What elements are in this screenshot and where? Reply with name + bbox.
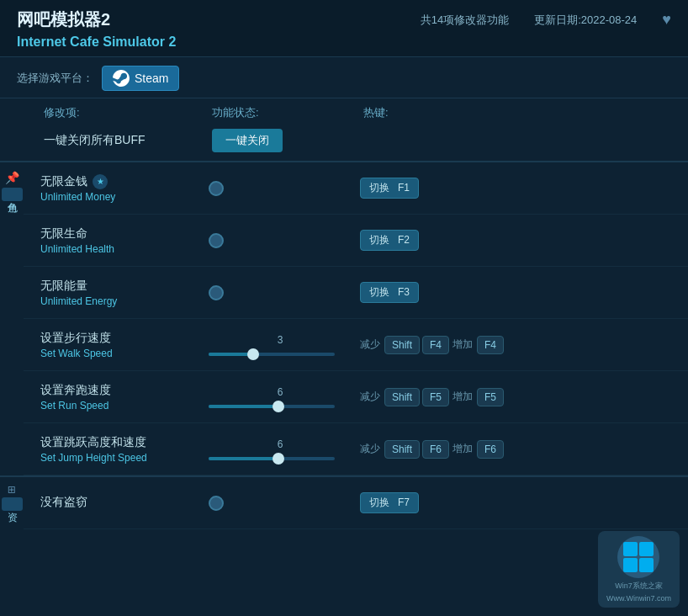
sidebar-tag-character[interactable]: 角色: [2, 188, 23, 201]
hotkey-toggle-btn-2[interactable]: 切换 F3: [360, 282, 419, 303]
dec-key-btn-5[interactable]: F6: [422, 440, 449, 459]
main-content: 📌 角色 无限金钱 ★ Unlimited Money 切换 F1: [0, 162, 688, 475]
col-header-hotkey: 热键:: [363, 105, 671, 120]
bottom-item-toggle-col[interactable]: [209, 496, 360, 511]
item-hotkey-col-3: 减少 Shift F4 增加 F4: [360, 336, 671, 354]
slider-value-3: 3: [209, 334, 352, 346]
svg-rect-3: [639, 558, 654, 572]
item-hotkey-col-1: 切换 F2: [360, 230, 671, 251]
feature-count: 共14项修改器功能: [421, 13, 509, 28]
item-row-5: 设置跳跃高度和速度 Set Jump Height Speed 6 减少 Shi…: [24, 423, 688, 475]
header-meta: 共14项修改器功能 更新日期:2022-08-24 ♥: [421, 11, 671, 29]
slider-track-5[interactable]: [209, 457, 335, 460]
hotkey-toggle-btn-1[interactable]: 切换 F2: [360, 230, 419, 251]
bottom-item-hotkey-col: 切换 F7: [360, 492, 671, 513]
bottom-hotkey-btn[interactable]: 切换 F7: [360, 492, 419, 513]
toggle-circle-1[interactable]: [209, 233, 224, 248]
item-name-cn-2: 无限能量: [40, 279, 209, 294]
item-slider-col-3[interactable]: 3: [209, 334, 360, 356]
slider-thumb-5[interactable]: [273, 453, 284, 465]
item-name-cn-4: 设置奔跑速度: [40, 383, 209, 398]
svg-rect-2: [623, 558, 638, 572]
watermark-logo: [617, 536, 659, 578]
item-row-1: 无限生命 Unlimited Health 切换 F2: [24, 215, 688, 267]
item-row-2: 无限能量 Unlimited Energy 切换 F3: [24, 267, 688, 319]
toggle-circle-2[interactable]: [209, 285, 224, 300]
item-name-col-3: 设置步行速度 Set Walk Speed: [40, 331, 209, 359]
bottom-section: ⊞ 资 没有盗窃 切换 F7: [0, 477, 688, 529]
svg-rect-1: [639, 542, 654, 556]
update-date: 更新日期:2022-08-24: [534, 13, 637, 28]
items-list: 无限金钱 ★ Unlimited Money 切换 F1 无限生命 Unlimi: [24, 162, 688, 475]
inc-key-btn-5[interactable]: F6: [477, 440, 504, 459]
item-slider-col-4[interactable]: 6: [209, 386, 360, 408]
slider-container-4[interactable]: 6: [209, 386, 352, 408]
inc-label-3: 增加: [452, 337, 473, 352]
inc-label-4: 增加: [452, 390, 473, 404]
dec-label-5: 减少: [360, 442, 380, 456]
dec-key-btn-3[interactable]: F4: [422, 336, 449, 354]
dec-modifier-btn-4[interactable]: Shift: [384, 388, 420, 406]
win7-logo-icon: [622, 540, 655, 574]
item-name-cn-1: 无限生命: [40, 226, 209, 242]
item-hotkey-col-4: 减少 Shift F5 增加 F5: [360, 388, 671, 406]
item-row-3: 设置步行速度 Set Walk Speed 3 减少 Shift F4: [24, 319, 688, 371]
item-toggle-col-2[interactable]: [209, 285, 360, 300]
slider-thumb-3[interactable]: [247, 348, 259, 360]
steam-button[interactable]: Steam: [102, 66, 179, 91]
inc-group-5: 增加 F6: [452, 440, 504, 459]
bottom-sidebar-tag[interactable]: 资: [2, 497, 23, 511]
onekey-button[interactable]: 一键关闭: [212, 129, 283, 152]
header-top: 网吧模拟器2 共14项修改器功能 更新日期:2022-08-24 ♥: [17, 8, 671, 31]
bottom-toggle-circle[interactable]: [209, 496, 224, 511]
title-en: Internet Cafe Simulator 2: [17, 35, 671, 50]
slider-track-3[interactable]: [209, 353, 335, 356]
item-row-0: 无限金钱 ★ Unlimited Money 切换 F1: [24, 162, 688, 215]
bottom-item-name-col: 没有盗窃: [40, 495, 209, 512]
item-hotkey-col-0: 切换 F1: [360, 178, 671, 199]
item-name-en-5: Set Jump Height Speed: [40, 452, 209, 464]
slider-thumb-4[interactable]: [273, 401, 284, 412]
steam-label: Steam: [135, 72, 168, 85]
steam-icon: [113, 70, 130, 87]
slider-track-4[interactable]: [209, 405, 335, 408]
dec-group-4: 减少 Shift F5: [360, 388, 449, 406]
svg-rect-0: [623, 542, 638, 556]
pin-icon: 📌: [5, 171, 19, 184]
item-toggle-col-0[interactable]: [209, 181, 360, 196]
item-name-en-1: Unlimited Health: [40, 243, 209, 255]
platform-label: 选择游戏平台：: [17, 71, 93, 86]
item-name-en-3: Set Walk Speed: [40, 348, 209, 359]
item-slider-col-5[interactable]: 6: [209, 438, 360, 460]
inc-label-5: 增加: [452, 442, 473, 456]
bottom-pin-icon: ⊞: [6, 486, 18, 494]
toggle-circle-0[interactable]: [209, 181, 224, 196]
sidebar-left: 📌 角色: [0, 162, 24, 475]
item-name-col-5: 设置跳跃高度和速度 Set Jump Height Speed: [40, 435, 209, 464]
dec-group-5: 减少 Shift F6: [360, 440, 449, 459]
slider-value-4: 6: [209, 386, 352, 398]
dec-modifier-btn-3[interactable]: Shift: [384, 336, 420, 354]
item-name-en-0: Unlimited Money: [40, 191, 209, 203]
slider-value-5: 6: [209, 438, 352, 450]
inc-key-btn-3[interactable]: F4: [477, 336, 504, 354]
dec-group-3: 减少 Shift F4: [360, 336, 449, 354]
hotkey-toggle-btn-0[interactable]: 切换 F1: [360, 178, 419, 199]
dec-key-btn-4[interactable]: F5: [422, 388, 449, 406]
item-name-en-2: Unlimited Energy: [40, 295, 209, 307]
item-toggle-col-1[interactable]: [209, 233, 360, 248]
dec-modifier-btn-5[interactable]: Shift: [384, 440, 420, 459]
item-hotkey-col-5: 减少 Shift F6 增加 F6: [360, 440, 671, 459]
header: 网吧模拟器2 共14项修改器功能 更新日期:2022-08-24 ♥ Inter…: [0, 0, 688, 57]
item-name-cn-5: 设置跳跃高度和速度: [40, 435, 209, 450]
watermark-url: Www.Winwin7.com: [606, 594, 671, 603]
onekey-label: 一键关闭所有BUFF: [44, 133, 212, 148]
slider-container-5[interactable]: 6: [209, 438, 352, 460]
slider-fill-5: [209, 457, 278, 460]
slider-container-3[interactable]: 3: [209, 334, 352, 356]
item-name-col-4: 设置奔跑速度 Set Run Speed: [40, 383, 209, 412]
heart-icon[interactable]: ♥: [662, 11, 671, 29]
item-name-col-0: 无限金钱 ★ Unlimited Money: [40, 174, 209, 203]
inc-key-btn-4[interactable]: F5: [477, 388, 504, 406]
item-name-col-2: 无限能量 Unlimited Energy: [40, 279, 209, 307]
